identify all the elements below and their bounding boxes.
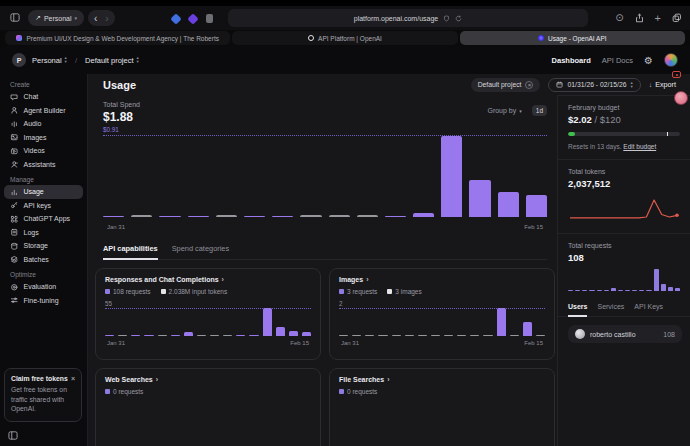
header-nav-dashboard[interactable]: Dashboard: [552, 56, 591, 65]
chip-close-icon[interactable]: ×: [525, 81, 533, 89]
promo-title: Claim free tokens: [11, 375, 68, 382]
org-switcher[interactable]: Personal ▴▾: [32, 56, 67, 65]
sidebar-item-label: Usage: [24, 188, 44, 195]
legend-input-tokens: 2.038M input tokens: [161, 288, 228, 295]
budget-progress-fill: [568, 132, 575, 136]
sidebar-collapse-icon[interactable]: [8, 431, 18, 440]
sidebar-item-fine-tuning[interactable]: Fine-tuning: [4, 294, 83, 308]
extension-icon-purple[interactable]: [187, 13, 198, 24]
project-switcher[interactable]: Default project ▴▾: [85, 56, 139, 65]
agent-builder-icon: [10, 106, 19, 115]
bar: [300, 215, 321, 217]
bar: [223, 335, 232, 337]
page-info-icon[interactable]: ⊙: [615, 13, 623, 23]
right-panel: February budget $2.02 / $120 Resets in 1…: [557, 95, 690, 446]
chevron-right-icon: ›: [156, 376, 158, 383]
videos-icon: [10, 147, 19, 156]
bar: [249, 335, 258, 337]
extension-icon-gray[interactable]: [206, 14, 213, 23]
sidebar-item-label: Batches: [24, 256, 49, 263]
sidebar-item-videos[interactable]: Videos: [4, 144, 83, 158]
chat-icon: [10, 93, 19, 102]
sidebar-section-label: Manage: [4, 171, 83, 185]
spend-bars: [103, 135, 547, 217]
browser-sidebar-toggle-icon[interactable]: [10, 13, 20, 22]
sidebar-item-chatgpt-apps[interactable]: ChatGPT Apps: [4, 212, 83, 226]
card-images-title[interactable]: Images›: [339, 276, 545, 283]
browser-tab-bar: Premium UI/UX Design & Web Development A…: [0, 30, 690, 46]
images-bars: [339, 308, 545, 336]
bar: [632, 290, 637, 292]
address-bar[interactable]: platform.openai.com/usage: [228, 9, 588, 27]
sidebar-item-chat[interactable]: Chat: [4, 90, 83, 104]
extension-icon-blue[interactable]: [170, 13, 181, 24]
legend-swatch: [339, 389, 344, 394]
tab-api-capabilities[interactable]: API capabilities: [103, 244, 158, 260]
sidebar-item-logs[interactable]: Logs: [4, 226, 83, 240]
bar: [171, 335, 180, 337]
bar: [131, 215, 152, 217]
sidebar-item-agent-builder[interactable]: Agent Builder: [4, 104, 83, 118]
bar: [413, 213, 434, 218]
sidebar-item-evaluation[interactable]: Evaluation: [4, 280, 83, 294]
sidebar-item-audio[interactable]: Audio: [4, 117, 83, 131]
sidebar-item-storage[interactable]: Storage: [4, 239, 83, 253]
sidebar-item-usage[interactable]: Usage: [4, 185, 83, 199]
spend-reference-label: $0.91: [103, 126, 119, 133]
interval-button[interactable]: 1d: [532, 105, 547, 116]
forward-button[interactable]: ›: [105, 13, 108, 24]
budget-label: February budget: [568, 104, 680, 111]
chevron-down-icon: ▾: [75, 15, 78, 21]
bar: [604, 290, 609, 292]
browser-profile-button[interactable]: ↗ Personal ▾: [28, 10, 84, 26]
bar: [625, 290, 630, 292]
bar: [646, 290, 651, 292]
sidebar-item-api-keys[interactable]: API keys: [4, 199, 83, 213]
spend-chart: $0.91 Jan 31 Feb 15: [103, 126, 547, 230]
browser-tab[interactable]: API Platform | OpenAI: [232, 31, 457, 45]
group-by-dropdown[interactable]: Group by ▾: [487, 107, 521, 114]
tab-overview-icon[interactable]: [672, 13, 682, 23]
card-responses-title[interactable]: Responses and Chat Completions›: [105, 276, 311, 283]
date-range-picker[interactable]: 01/31/26 - 02/15/26 ▴▾: [548, 78, 640, 92]
sidebar-section-label: Optimize: [4, 266, 83, 280]
sidebar-item-images[interactable]: Images: [4, 131, 83, 145]
bar: [568, 290, 573, 292]
browser-tab[interactable]: Premium UI/UX Design & Web Development A…: [5, 31, 230, 45]
sidebar-nav: CreateChatAgent BuilderAudioImagesVideos…: [4, 76, 83, 307]
tab-api-keys[interactable]: API Keys: [634, 303, 663, 316]
browser-tab[interactable]: Usage - OpenAI API: [460, 31, 685, 45]
user-row[interactable]: roberto castillo108: [568, 325, 682, 343]
bar: [339, 335, 348, 337]
gear-icon[interactable]: ⚙: [644, 55, 653, 66]
export-button[interactable]: ↓ Export: [649, 80, 676, 89]
reload-icon[interactable]: [455, 15, 462, 22]
header-nav-api-docs[interactable]: API Docs: [602, 56, 633, 65]
bar: [582, 290, 587, 292]
budget-note: Resets in 13 days. Edit budget: [568, 143, 680, 150]
user-avatar[interactable]: [664, 53, 678, 67]
card-web-searches-title[interactable]: Web Searches›: [105, 376, 311, 383]
bar: [441, 136, 462, 217]
tab-services[interactable]: Services: [597, 303, 624, 316]
bar: [510, 335, 519, 337]
back-button[interactable]: ‹: [94, 13, 97, 24]
tab-spend-categories[interactable]: Spend categories: [172, 244, 230, 259]
sidebar-item-batches[interactable]: Batches: [4, 253, 83, 267]
sidebar-item-assistants[interactable]: Assistants: [4, 158, 83, 172]
total-requests-section: Total requests 108: [558, 234, 690, 295]
project-name: Default project: [85, 56, 133, 65]
sidebar-item-label: Chat: [24, 93, 39, 100]
bar: [236, 335, 245, 337]
responses-bars: [105, 308, 311, 336]
edit-budget-link[interactable]: Edit budget: [623, 143, 656, 150]
privacy-shield-icon: [443, 15, 450, 22]
card-file-searches-title[interactable]: File Searches›: [339, 376, 545, 383]
project-filter-chip[interactable]: Default project ×: [471, 78, 541, 92]
new-tab-icon[interactable]: +: [655, 13, 661, 24]
bar: [418, 335, 427, 337]
screen-share-badge[interactable]: [674, 91, 688, 105]
promo-close-icon[interactable]: ×: [71, 375, 75, 382]
tab-users[interactable]: Users: [568, 303, 587, 317]
share-icon[interactable]: [635, 13, 644, 23]
